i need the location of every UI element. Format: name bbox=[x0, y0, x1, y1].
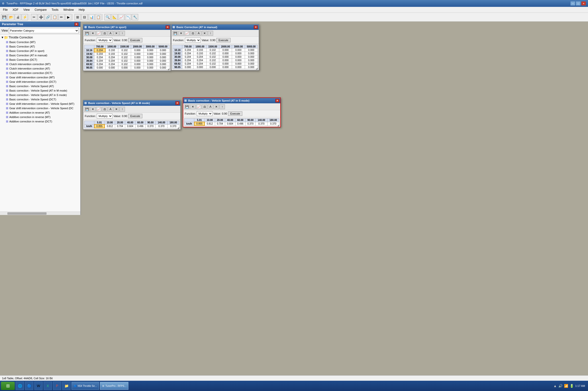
cell-sport-5-2[interactable]: 0.000 bbox=[118, 66, 131, 70]
add-button[interactable]: ➕ bbox=[38, 14, 44, 20]
cell-sport-0-5[interactable]: 0.000 bbox=[157, 48, 169, 52]
speed-s-col-1[interactable]: 10.00 bbox=[205, 118, 215, 122]
chart-sport-btn[interactable]: 📈 bbox=[96, 31, 102, 36]
cell-manual-3-2[interactable]: 0.102 bbox=[206, 59, 219, 62]
quicklaunch-ppt[interactable]: P bbox=[53, 382, 61, 390]
cell-manual-5-1[interactable]: 0.000 bbox=[194, 66, 206, 69]
col-header-sport-1[interactable]: 1000.00 bbox=[105, 45, 118, 49]
delete-sport-btn[interactable]: ✕ bbox=[90, 31, 96, 36]
cell-sport-4-1[interactable]: 0.204 bbox=[105, 63, 118, 66]
cell-speed-m-0-5[interactable]: 0.370 bbox=[145, 124, 156, 128]
col-header-manual-2[interactable]: 1500.00 bbox=[206, 45, 219, 48]
row-header-sport-3[interactable]: 39.84 bbox=[85, 59, 94, 63]
tool14-button[interactable]: 📋 bbox=[95, 14, 102, 20]
cell-speed-m-0-6[interactable]: 0.370 bbox=[156, 124, 167, 128]
menu-tools[interactable]: Tools bbox=[50, 7, 61, 12]
row-header-speed-m[interactable]: km/h bbox=[85, 124, 94, 128]
cell-sport-3-5[interactable]: 0.000 bbox=[157, 59, 169, 63]
cell-speed-s-0-2[interactable]: 0.704 bbox=[215, 122, 225, 126]
cell-manual-2-1[interactable]: 0.204 bbox=[194, 55, 206, 59]
font-speed-m-btn[interactable]: A bbox=[108, 107, 113, 112]
cell-sport-1-1[interactable]: 0.193 bbox=[105, 52, 118, 56]
up-sport-btn[interactable]: ↑ bbox=[119, 31, 125, 36]
panel-close-button[interactable]: ✕ bbox=[75, 22, 78, 26]
cell-speed-m-0-0[interactable]: 0.855 bbox=[94, 124, 105, 128]
tree-item-6[interactable]: ⊞ Clutch intervention correction (AT) bbox=[0, 66, 80, 71]
horizontal-scrollbar[interactable] bbox=[0, 211, 80, 215]
up-speed-s-btn[interactable]: ↑ bbox=[220, 104, 225, 109]
speed-m-col-6[interactable]: 140.00 bbox=[156, 121, 167, 125]
tool17-button[interactable]: 📈 bbox=[118, 14, 124, 20]
tree-item-14[interactable]: ⊞ Gear shift intervention correction - V… bbox=[0, 101, 80, 106]
tree-item-0[interactable]: ⊞ Basic Correction (MT) bbox=[0, 40, 80, 44]
open-button[interactable]: 📂 bbox=[8, 14, 14, 20]
cell-manual-3-0[interactable]: 0.204 bbox=[182, 59, 194, 62]
cell-manual-3-3[interactable]: 0.000 bbox=[219, 59, 232, 62]
quicklaunch-excel[interactable]: X bbox=[44, 382, 52, 390]
cell-sport-2-4[interactable]: 0.000 bbox=[144, 56, 157, 59]
cell-sport-2-2[interactable]: 0.102 bbox=[118, 56, 131, 59]
cell-speed-m-0-2[interactable]: 0.704 bbox=[115, 124, 125, 128]
cell-speed-m-0-3[interactable]: 0.604 bbox=[125, 124, 135, 128]
minimize-button[interactable]: ─ bbox=[570, 1, 575, 6]
execute-manual-button[interactable]: Execute bbox=[216, 38, 231, 42]
row-header-speed-s[interactable]: km/h bbox=[185, 122, 194, 126]
col-header-manual-3[interactable]: 2000.00 bbox=[219, 45, 232, 48]
menu-file[interactable]: File bbox=[1, 7, 9, 12]
cell-sport-4-3[interactable]: 0.000 bbox=[131, 63, 144, 66]
cell-manual-4-5[interactable]: 0.000 bbox=[245, 62, 257, 66]
titlebar-sport[interactable]: ⊞ Basic Correction (AT in sport) ✕ bbox=[83, 24, 171, 30]
cell-sport-1-5[interactable]: 0.000 bbox=[157, 52, 169, 56]
cell-sport-3-3[interactable]: 0.000 bbox=[131, 59, 144, 63]
cell-manual-3-1[interactable]: 0.204 bbox=[194, 59, 206, 62]
maximize-button[interactable]: □ bbox=[576, 1, 581, 6]
font-speed-s-btn[interactable]: A bbox=[208, 104, 213, 109]
tool13-button[interactable]: 📊 bbox=[88, 14, 95, 20]
cell-manual-0-4[interactable]: 0.000 bbox=[232, 48, 245, 52]
cell-sport-1-4[interactable]: 0.000 bbox=[144, 52, 157, 56]
tool16-button[interactable]: 📐 bbox=[111, 14, 118, 20]
tool10-button[interactable]: ▶ bbox=[65, 14, 72, 20]
cell-sport-2-1[interactable]: 0.204 bbox=[105, 56, 118, 59]
row-header-sport-1[interactable]: 19.92 bbox=[85, 52, 94, 56]
cell-sport-2-3[interactable]: 0.000 bbox=[131, 56, 144, 59]
tool11-button[interactable]: ⊞ bbox=[75, 14, 81, 20]
cell-speed-s-0-0[interactable]: 0.855 bbox=[194, 122, 205, 126]
cell-sport-1-2[interactable]: 0.102 bbox=[118, 52, 131, 56]
speed-s-col-0[interactable]: 5.01 bbox=[194, 118, 205, 122]
row-header-manual-4[interactable]: 69.92 bbox=[173, 62, 182, 66]
cell-manual-1-4[interactable]: 0.000 bbox=[232, 52, 245, 55]
close-speed-m-button[interactable]: ✕ bbox=[175, 101, 179, 105]
speed-m-col-4[interactable]: 60.00 bbox=[135, 121, 145, 125]
cell-sport-0-4[interactable]: 0.000 bbox=[144, 48, 157, 52]
tray-arrow-icon[interactable]: ▲ bbox=[554, 384, 557, 388]
up-speed-m-btn[interactable]: ↑ bbox=[119, 107, 125, 112]
speed-m-col-2[interactable]: 20.00 bbox=[115, 121, 125, 125]
tree-item-8[interactable]: ⊞ Gear shift intervention correction (MT… bbox=[0, 75, 80, 80]
delete-speed-s-btn[interactable]: ✕ bbox=[190, 104, 196, 109]
cell-sport-3-0[interactable]: 0.204 bbox=[94, 59, 105, 63]
tree-root-throttle[interactable]: ▼ 📁 Throttle Correction bbox=[0, 35, 80, 40]
cross-manual-btn[interactable]: ✕ bbox=[202, 31, 207, 36]
cut-button[interactable]: ✂ bbox=[31, 14, 37, 20]
cell-manual-0-1[interactable]: 0.193 bbox=[194, 48, 206, 52]
cell-sport-0-0[interactable]: 0.204 bbox=[94, 48, 105, 52]
cell-speed-m-0-4[interactable]: 0.496 bbox=[135, 124, 145, 128]
cell-manual-1-0[interactable]: 0.204 bbox=[182, 52, 194, 55]
tree-item-11[interactable]: ⊞ Basic correction - Vehicle Speed (AT i… bbox=[0, 88, 80, 93]
cell-manual-5-0[interactable]: 0.000 bbox=[182, 66, 194, 69]
execute-speed-s-button[interactable]: Execute bbox=[228, 111, 242, 116]
menu-window[interactable]: Window bbox=[62, 7, 76, 12]
tool12-button[interactable]: ⊟ bbox=[81, 14, 88, 20]
save-manual-btn[interactable]: 💾 bbox=[172, 31, 178, 36]
resize-handle-speed-m[interactable]: ◢ bbox=[177, 126, 180, 129]
close-sport-button[interactable]: ✕ bbox=[166, 25, 170, 29]
chart-speed-s-btn[interactable]: 📈 bbox=[196, 104, 201, 109]
cell-manual-5-2[interactable]: 0.000 bbox=[206, 66, 219, 69]
cell-manual-3-5[interactable]: 0.000 bbox=[245, 59, 257, 62]
cell-manual-2-4[interactable]: 0.000 bbox=[232, 55, 245, 59]
cell-speed-s-0-4[interactable]: 0.496 bbox=[235, 122, 245, 126]
cell-sport-0-1[interactable]: 0.193 bbox=[105, 48, 118, 52]
tree-item-13[interactable]: ⊞ Basic correction - Vehicle Speed (DCT) bbox=[0, 97, 80, 101]
view-dropdown[interactable]: Parameter Category bbox=[9, 28, 79, 33]
